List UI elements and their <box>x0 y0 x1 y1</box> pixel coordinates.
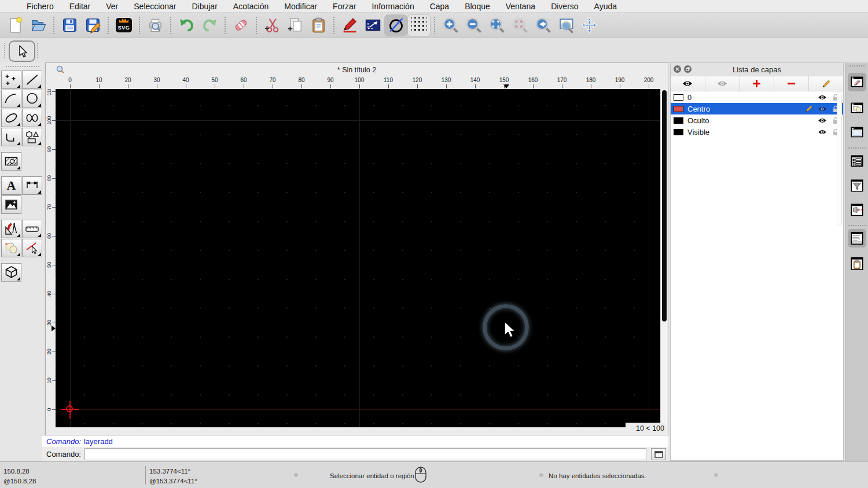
panel-float-button[interactable] <box>684 65 692 73</box>
dock-drag-handle[interactable] <box>849 65 865 66</box>
menu-item-forzar[interactable]: Forzar <box>333 2 356 11</box>
menu-item-modificar[interactable]: Modificar <box>284 2 317 11</box>
layer-visibility-eye-icon[interactable] <box>818 129 827 135</box>
open-file-button[interactable] <box>27 14 50 36</box>
zoom-in-button[interactable] <box>439 14 462 36</box>
menu-item-ayuda[interactable]: Ayuda <box>594 2 617 11</box>
menu-item-bloque[interactable]: Bloque <box>465 2 490 11</box>
circle-tool-button[interactable] <box>22 90 42 108</box>
layer-color-swatch <box>674 94 683 101</box>
show-all-layers-button[interactable] <box>671 76 705 91</box>
dock-toggle-command-widget-button[interactable] <box>848 229 866 247</box>
image-tool-button[interactable] <box>1 195 21 214</box>
undo-button[interactable] <box>175 14 198 36</box>
new-document-button[interactable] <box>3 14 27 36</box>
canvas-vertical-scrollbar[interactable] <box>660 89 667 427</box>
selection-window-button[interactable] <box>361 14 384 36</box>
scrollbar-thumb[interactable] <box>662 90 667 321</box>
drag-handle[interactable] <box>4 43 5 58</box>
menu-item-fichero[interactable]: Fichero <box>27 2 54 11</box>
dock-toggle-layer-list-button[interactable] <box>848 73 866 91</box>
meta-grid-line <box>70 89 71 427</box>
menu-item-capa[interactable]: Capa <box>430 2 449 11</box>
text-tool-icon: A <box>7 179 16 192</box>
ellipse-tool-button[interactable] <box>1 109 21 127</box>
save-as-floppy-pencil-icon <box>84 17 101 34</box>
menu-item-ventana[interactable]: Ventana <box>506 2 535 11</box>
remove-layer-button[interactable] <box>774 76 809 91</box>
copy-button[interactable] <box>284 14 307 36</box>
dimension-tool-button[interactable] <box>22 176 42 195</box>
hatch-tool-button[interactable] <box>1 152 21 171</box>
menu-item-diverso[interactable]: Diverso <box>551 2 578 11</box>
menu-item-acotacion[interactable]: Acotación <box>233 2 269 11</box>
line-tool-button[interactable] <box>22 71 42 89</box>
dock-toggle-filter-button[interactable] <box>848 176 866 195</box>
zoom-window-button[interactable] <box>554 14 578 36</box>
tool-options-toolbar <box>0 38 868 63</box>
redo-button[interactable] <box>198 14 221 36</box>
modify-tool-button[interactable] <box>1 220 21 238</box>
zoom-previous-button[interactable] <box>531 14 554 36</box>
layer-row-visible[interactable]: Visible <box>671 126 843 138</box>
grid-status: 10 < 100 <box>626 423 666 435</box>
layer-row-centro[interactable]: Centro <box>671 103 843 114</box>
dock-toggle-list-view-button[interactable] <box>848 152 866 171</box>
save-button[interactable] <box>58 14 81 36</box>
layer-panel-toolbar <box>671 76 843 91</box>
menu-item-dibujar[interactable]: Dibujar <box>192 2 217 11</box>
dock-toggle-library-button[interactable] <box>848 123 866 142</box>
cut-button[interactable] <box>260 14 284 36</box>
text-tool-button[interactable]: A <box>1 176 21 195</box>
drawing-window-titlebar[interactable]: * Sin título 2 <box>46 63 668 76</box>
hide-all-layers-button[interactable] <box>705 76 740 91</box>
command-dock-toggle-button[interactable] <box>651 448 666 460</box>
palette-drag-handle[interactable] <box>6 66 39 67</box>
dock-toggle-pen-palette-button[interactable] <box>848 201 866 219</box>
panel-close-button[interactable] <box>674 65 681 73</box>
measure-tool-button[interactable] <box>22 220 42 238</box>
layer-visibility-eye-icon[interactable] <box>818 94 827 101</box>
solid-3d-tool-button[interactable] <box>1 263 21 282</box>
delete-button[interactable] <box>229 14 252 36</box>
menu-item-informacion[interactable]: Información <box>372 2 414 11</box>
menu-item-seleccionar[interactable]: Seleccionar <box>134 2 176 11</box>
save-as-button[interactable] <box>81 14 104 36</box>
selection-tool-button[interactable] <box>9 40 35 62</box>
points-tool-button[interactable] <box>1 71 21 89</box>
print-preview-button[interactable] <box>144 14 167 36</box>
panel-scrollbar[interactable] <box>837 92 842 226</box>
layer-row-oculto[interactable]: Oculto <box>671 114 843 126</box>
menu-item-editar[interactable]: Editar <box>69 2 91 11</box>
spline-tool-button[interactable] <box>22 109 42 127</box>
zoom-pan-button[interactable] <box>578 14 601 36</box>
arc-tool-button[interactable] <box>1 90 21 108</box>
select-region-tool-button[interactable] <box>1 239 21 257</box>
edit-layer-button[interactable] <box>809 76 843 91</box>
layer-row-0[interactable]: 0 <box>671 91 843 103</box>
polyline-tool-button[interactable] <box>1 128 21 146</box>
grid-toggle-button[interactable] <box>407 14 431 36</box>
export-svg-button[interactable]: SVG <box>112 14 135 36</box>
zoom-auto-button[interactable] <box>485 14 508 36</box>
layer-visibility-eye-icon[interactable] <box>818 106 827 112</box>
deselect-tool-button[interactable] <box>22 239 42 257</box>
zoom-selected-button[interactable] <box>508 14 531 36</box>
abs-coordinates: 150.8,28 <box>3 468 30 475</box>
command-input[interactable] <box>84 448 646 460</box>
dock-toggle-block-list-button[interactable] <box>848 99 866 117</box>
zoom-previous-icon <box>535 17 551 34</box>
polygon-shapes-tool-button[interactable] <box>22 128 42 146</box>
drag-handle[interactable] <box>37 43 38 58</box>
drawing-canvas[interactable] <box>56 89 660 427</box>
menu-item-ver[interactable]: Ver <box>106 2 118 11</box>
zoom-out-button[interactable] <box>462 14 485 36</box>
window-laser-tool-icon <box>849 202 865 217</box>
pen-edit-button[interactable] <box>338 14 361 36</box>
draw-circle-line-button[interactable] <box>384 14 407 36</box>
dock-toggle-clipboard-button[interactable] <box>848 254 866 273</box>
layer-color-swatch <box>674 129 683 135</box>
add-layer-button[interactable] <box>740 76 775 91</box>
layer-visibility-eye-icon[interactable] <box>818 117 827 124</box>
paste-button[interactable] <box>307 14 330 36</box>
